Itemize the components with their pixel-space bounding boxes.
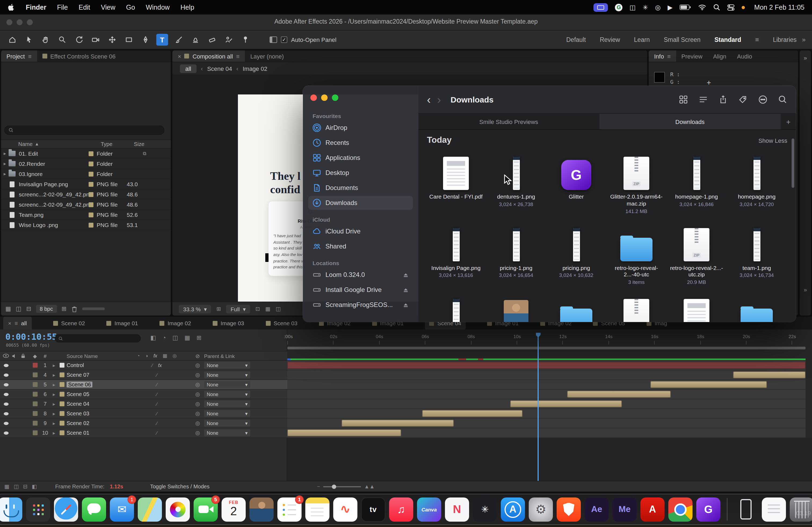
visibility-toggle[interactable] (0, 412, 12, 415)
label-chip[interactable] (89, 223, 93, 227)
finder-file-retro-logo-reveal-2-40-utc[interactable]: retro-logo-reveal-2...-40-utc 3 items (606, 220, 666, 285)
dock-glitter-icon[interactable]: G (696, 497, 721, 521)
tab-info[interactable]: Info≡ (649, 50, 676, 62)
eraser-tool[interactable] (206, 34, 218, 46)
dock-trash-icon[interactable] (790, 497, 812, 521)
battery-icon[interactable] (680, 4, 692, 10)
dock-notes-icon[interactable] (305, 497, 330, 521)
visibility-toggle[interactable] (0, 402, 12, 405)
close-tab-icon[interactable]: × (178, 53, 181, 59)
sidebar-item-shared[interactable]: Shared (308, 239, 413, 253)
parent-link-select[interactable]: None▾ (204, 362, 250, 369)
layer-row-scene-07[interactable]: 4 ▸ Scene 07 ∕ ◎ None▾ (0, 370, 287, 380)
visibility-toggle[interactable] (0, 383, 12, 386)
spotlight-search-icon[interactable] (713, 4, 721, 11)
comp-tab-image-01[interactable]: Image 01 (106, 320, 138, 326)
show-less-button[interactable]: Show Less (758, 137, 787, 144)
visibility-toggle[interactable] (0, 431, 12, 434)
menu-edit[interactable]: Edit (79, 3, 90, 11)
finder-tab-smile-studio-previews[interactable]: Smile Studio Previews (418, 114, 599, 129)
clone-stamp-tool[interactable] (190, 34, 201, 46)
layer-row-scene-06[interactable]: 5 ▸ Scene 06 ∕ ◎ None▾ (0, 380, 287, 390)
finder-file[interactable]: ZIP (606, 291, 666, 322)
scrollbar[interactable] (792, 138, 794, 188)
layer-row-control[interactable]: 1 ▸ Control ∕fx ◎ None▾ (0, 361, 287, 370)
layer-duration-bar[interactable] (342, 420, 454, 427)
layer-duration-bar[interactable] (567, 391, 671, 398)
timeline-lane-control[interactable] (287, 361, 806, 370)
selection-tool[interactable] (23, 34, 35, 46)
parent-link-select[interactable]: None▾ (204, 429, 250, 436)
playhead-line[interactable] (538, 333, 539, 481)
eject-icon[interactable] (403, 272, 409, 278)
menu-view[interactable]: View (101, 3, 115, 11)
project-row-02-render[interactable]: ▸ 02.Render Folder (1, 159, 171, 169)
parent-link-select[interactable]: None▾ (204, 381, 250, 388)
label-color-chip[interactable] (32, 431, 37, 435)
close-tab-icon[interactable]: × (8, 320, 11, 326)
project-row-wise-logo-png[interactable]: Wise Logo .png PNG file 53.1 (1, 220, 171, 230)
comp-tab-image-02[interactable]: Image 02 (160, 320, 191, 326)
finder-file-dentures-1-png[interactable]: dentures-1.png 3,024 × 26,738 (486, 149, 546, 214)
active-app-menu[interactable]: Finder (26, 3, 46, 11)
dock-apple-tv-icon[interactable]: tv (361, 497, 385, 521)
dock-iphone-mirroring-icon[interactable] (734, 497, 758, 521)
label-chip[interactable] (89, 192, 93, 197)
sidebar-item-loom-0-324-0[interactable]: Loom 0.324.0 (308, 268, 413, 282)
apple-menu-icon[interactable] (8, 3, 15, 11)
visibility-toggle[interactable] (0, 422, 12, 425)
close-button[interactable] (310, 94, 317, 101)
label-chip[interactable] (89, 202, 93, 207)
grammarly-icon[interactable]: G (615, 3, 623, 11)
parent-link-select[interactable]: None▾ (204, 371, 250, 378)
timeline-search-input[interactable] (55, 334, 141, 342)
finder-file-invisalign-page-png[interactable]: Invisalign Page.png 3,024 × 13,616 (426, 220, 486, 285)
dock-maps-icon[interactable] (138, 497, 162, 521)
play-menu-icon[interactable]: ▶ (668, 3, 672, 11)
finder-file[interactable] (426, 291, 486, 322)
finder-file-glitter[interactable]: G Glitter (546, 149, 606, 214)
pan-behind-tool[interactable] (106, 34, 118, 46)
tab-align[interactable]: Align (708, 50, 732, 62)
parent-pickwhip-icon[interactable]: ◎ (191, 362, 204, 368)
parent-pickwhip-icon[interactable]: ◎ (191, 410, 204, 417)
label-color-chip[interactable] (32, 411, 37, 416)
bit-depth-button[interactable]: 8 bpc (36, 305, 57, 313)
view-options-icon[interactable] (679, 95, 688, 104)
breadcrumb-scene-04[interactable]: Scene 04 (207, 65, 232, 72)
label-chip[interactable] (89, 212, 93, 217)
group-by-icon[interactable] (699, 95, 708, 104)
comp-tab-scene-02[interactable]: Scene 02 (53, 320, 85, 326)
zoom-out-icon[interactable]: − (317, 483, 320, 490)
menu-go[interactable]: Go (126, 3, 135, 11)
workspace-learn[interactable]: Learn (634, 36, 650, 43)
parent-pickwhip-icon[interactable]: ◎ (191, 420, 204, 426)
auto-open-checkbox[interactable]: ✓ (281, 36, 287, 43)
finder-file-glitter-2-0-19-arm64-mac-zip[interactable]: ZIP Glitter-2.0.19-arm64-mac.zip 141.2 M… (606, 149, 666, 214)
timeline-lane-scene-01[interactable] (287, 428, 806, 438)
puppet-pin-tool[interactable] (240, 34, 251, 46)
finder-file[interactable] (727, 291, 787, 322)
finder-file-team-1-png[interactable]: team-1.png 3,024 × 16,734 (727, 220, 787, 285)
project-row-invisalign-page-png[interactable]: Invisalign Page.png PNG file 43.0 (1, 179, 171, 190)
camera-view-icon[interactable]: ◫ (276, 306, 281, 312)
finder-file-care-dental-fyi-pdf[interactable]: Care Dental - FYI.pdf (426, 149, 486, 214)
finder-file-retro-logo-reveal-2-utc-zip[interactable]: ZIP retro-logo-reveal-2...-utc.zip 20.9 … (666, 220, 727, 285)
creative-cloud-icon[interactable]: ◎ (655, 3, 661, 11)
brainstorm-icon[interactable]: ⊟ (23, 483, 28, 490)
dock-brave-icon[interactable] (557, 497, 581, 521)
layer-duration-bar[interactable] (422, 410, 523, 417)
delete-icon[interactable] (71, 306, 77, 312)
layer-row-scene-02[interactable]: 9 ▸ Scene 02 ∕ ◎ None▾ (0, 419, 287, 428)
dock-acrobat-icon[interactable]: A (640, 497, 665, 521)
comp-tab-scene-03[interactable]: Scene 03 (265, 320, 298, 326)
wifi-icon[interactable] (698, 4, 707, 10)
visibility-toggle[interactable] (0, 393, 12, 396)
timeline-lane-scene-06[interactable] (287, 380, 806, 390)
layer-row-scene-01[interactable]: 10 ▸ Scene 01 ∕ ◎ None▾ (0, 428, 287, 438)
label-color-chip[interactable] (32, 402, 37, 406)
menu-file[interactable]: File (57, 3, 68, 11)
type-tool[interactable]: T (156, 34, 168, 46)
project-row-screenc-2-02-09-49-42-png[interactable]: screenc...2-02-09_49_42.png PNG file 48.… (1, 190, 171, 200)
snowflake-menu-icon[interactable]: ✳ (642, 3, 648, 11)
